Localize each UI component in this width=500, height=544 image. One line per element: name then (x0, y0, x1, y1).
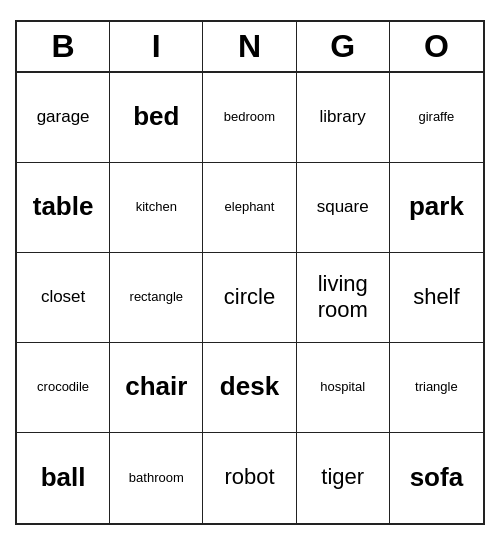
cell-text: crocodile (37, 379, 89, 395)
cell-text: rectangle (130, 289, 183, 305)
header-letter-G: G (297, 22, 390, 71)
bingo-cell: circle (203, 253, 296, 343)
cell-text: chair (125, 371, 187, 402)
bingo-cell: square (297, 163, 390, 253)
bingo-cell: robot (203, 433, 296, 523)
cell-text: park (409, 191, 464, 222)
cell-text: garage (37, 107, 90, 127)
bingo-cell: bathroom (110, 433, 203, 523)
cell-text: bedroom (224, 109, 275, 125)
bingo-cell: park (390, 163, 483, 253)
cell-text: hospital (320, 379, 365, 395)
bingo-cell: kitchen (110, 163, 203, 253)
bingo-cell: bedroom (203, 73, 296, 163)
bingo-cell: sofa (390, 433, 483, 523)
header-letter-N: N (203, 22, 296, 71)
cell-text: circle (224, 284, 275, 310)
cell-text: square (317, 197, 369, 217)
cell-text: library (320, 107, 366, 127)
bingo-card: BINGO garagebedbedroomlibrarygiraffetabl… (15, 20, 485, 525)
cell-text: kitchen (136, 199, 177, 215)
bingo-cell: hospital (297, 343, 390, 433)
bingo-cell: chair (110, 343, 203, 433)
bingo-cell: living room (297, 253, 390, 343)
cell-text: tiger (321, 464, 364, 490)
bingo-cell: crocodile (17, 343, 110, 433)
bingo-header: BINGO (17, 22, 483, 73)
cell-text: robot (224, 464, 274, 490)
cell-text: triangle (415, 379, 458, 395)
cell-text: elephant (225, 199, 275, 215)
bingo-cell: triangle (390, 343, 483, 433)
header-letter-B: B (17, 22, 110, 71)
bingo-cell: table (17, 163, 110, 253)
bingo-cell: bed (110, 73, 203, 163)
bingo-cell: ball (17, 433, 110, 523)
bingo-cell: shelf (390, 253, 483, 343)
cell-text: bed (133, 101, 179, 132)
cell-text: giraffe (418, 109, 454, 125)
bingo-cell: elephant (203, 163, 296, 253)
cell-text: desk (220, 371, 279, 402)
bingo-cell: garage (17, 73, 110, 163)
bingo-cell: library (297, 73, 390, 163)
bingo-cell: rectangle (110, 253, 203, 343)
cell-text: living room (301, 271, 385, 324)
header-letter-O: O (390, 22, 483, 71)
cell-text: closet (41, 287, 85, 307)
bingo-cell: giraffe (390, 73, 483, 163)
bingo-cell: closet (17, 253, 110, 343)
bingo-cell: tiger (297, 433, 390, 523)
header-letter-I: I (110, 22, 203, 71)
bingo-grid: garagebedbedroomlibrarygiraffetablekitch… (17, 73, 483, 523)
bingo-cell: desk (203, 343, 296, 433)
cell-text: sofa (410, 462, 463, 493)
cell-text: table (33, 191, 94, 222)
cell-text: shelf (413, 284, 459, 310)
cell-text: ball (41, 462, 86, 493)
cell-text: bathroom (129, 470, 184, 486)
